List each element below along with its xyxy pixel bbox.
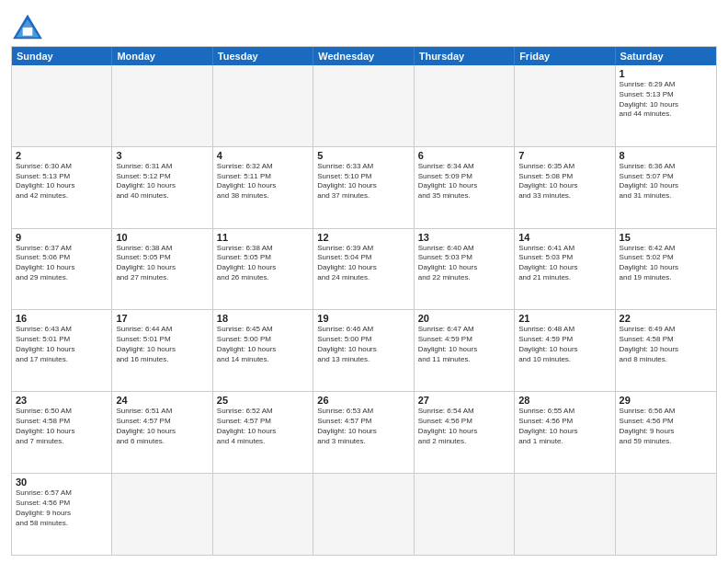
header-day-wednesday: Wednesday xyxy=(313,47,414,65)
calendar-cell: 22Sunrise: 6:49 AM Sunset: 4:58 PM Dayli… xyxy=(616,310,716,391)
day-number: 21 xyxy=(518,313,610,324)
calendar-cell xyxy=(415,65,515,146)
day-number: 25 xyxy=(217,395,309,406)
day-number: 13 xyxy=(418,232,510,243)
day-info: Sunrise: 6:49 AM Sunset: 4:58 PM Dayligh… xyxy=(620,325,712,364)
calendar-week-5: 23Sunrise: 6:50 AM Sunset: 4:58 PM Dayli… xyxy=(12,392,716,474)
day-info: Sunrise: 6:34 AM Sunset: 5:09 PM Dayligh… xyxy=(418,162,510,201)
header-day-friday: Friday xyxy=(515,47,615,65)
day-number: 20 xyxy=(418,313,510,324)
calendar-cell: 11Sunrise: 6:38 AM Sunset: 5:05 PM Dayli… xyxy=(213,229,313,310)
day-number: 9 xyxy=(16,232,108,243)
day-number: 28 xyxy=(518,395,610,406)
calendar-week-2: 2Sunrise: 6:30 AM Sunset: 5:13 PM Daylig… xyxy=(12,147,716,229)
calendar-cell: 9Sunrise: 6:37 AM Sunset: 5:06 PM Daylig… xyxy=(12,229,112,310)
calendar-cell: 5Sunrise: 6:33 AM Sunset: 5:10 PM Daylig… xyxy=(313,147,414,228)
calendar-cell: 26Sunrise: 6:53 AM Sunset: 4:57 PM Dayli… xyxy=(313,392,414,473)
day-number: 8 xyxy=(620,150,712,161)
calendar-cell: 25Sunrise: 6:52 AM Sunset: 4:57 PM Dayli… xyxy=(213,392,313,473)
day-info: Sunrise: 6:36 AM Sunset: 5:07 PM Dayligh… xyxy=(620,162,712,201)
calendar-cell: 15Sunrise: 6:42 AM Sunset: 5:02 PM Dayli… xyxy=(616,229,716,310)
day-number: 4 xyxy=(217,150,309,161)
day-number: 18 xyxy=(217,313,309,324)
calendar-cell xyxy=(313,474,414,555)
calendar-cell xyxy=(616,474,716,555)
calendar-cell: 2Sunrise: 6:30 AM Sunset: 5:13 PM Daylig… xyxy=(12,147,112,228)
day-info: Sunrise: 6:57 AM Sunset: 4:56 PM Dayligh… xyxy=(16,488,108,528)
day-info: Sunrise: 6:47 AM Sunset: 4:59 PM Dayligh… xyxy=(418,325,510,364)
calendar-cell: 19Sunrise: 6:46 AM Sunset: 5:00 PM Dayli… xyxy=(313,310,414,391)
day-number: 19 xyxy=(317,313,409,324)
day-number: 5 xyxy=(317,150,409,161)
calendar-cell: 14Sunrise: 6:41 AM Sunset: 5:03 PM Dayli… xyxy=(515,229,615,310)
day-info: Sunrise: 6:51 AM Sunset: 4:57 PM Dayligh… xyxy=(116,407,208,446)
day-number: 1 xyxy=(620,68,712,79)
day-number: 26 xyxy=(317,395,409,406)
day-info: Sunrise: 6:30 AM Sunset: 5:13 PM Dayligh… xyxy=(16,162,108,201)
day-number: 22 xyxy=(620,313,712,324)
calendar-cell: 6Sunrise: 6:34 AM Sunset: 5:09 PM Daylig… xyxy=(415,147,515,228)
day-number: 29 xyxy=(620,395,712,406)
generalblue-logo-icon xyxy=(11,13,44,40)
calendar-cell xyxy=(12,65,112,146)
calendar-cell: 4Sunrise: 6:32 AM Sunset: 5:11 PM Daylig… xyxy=(213,147,313,228)
calendar-cell xyxy=(515,474,615,555)
calendar-page: SundayMondayTuesdayWednesdayThursdayFrid… xyxy=(0,0,728,563)
day-info: Sunrise: 6:46 AM Sunset: 5:00 PM Dayligh… xyxy=(317,325,409,364)
day-info: Sunrise: 6:44 AM Sunset: 5:01 PM Dayligh… xyxy=(116,325,208,364)
day-number: 17 xyxy=(116,313,208,324)
day-info: Sunrise: 6:39 AM Sunset: 5:04 PM Dayligh… xyxy=(317,244,409,283)
day-info: Sunrise: 6:32 AM Sunset: 5:11 PM Dayligh… xyxy=(217,162,309,201)
calendar-cell: 18Sunrise: 6:45 AM Sunset: 5:00 PM Dayli… xyxy=(213,310,313,391)
calendar-cell: 20Sunrise: 6:47 AM Sunset: 4:59 PM Dayli… xyxy=(415,310,515,391)
day-info: Sunrise: 6:33 AM Sunset: 5:10 PM Dayligh… xyxy=(317,162,409,201)
day-info: Sunrise: 6:48 AM Sunset: 4:59 PM Dayligh… xyxy=(518,325,610,364)
day-info: Sunrise: 6:31 AM Sunset: 5:12 PM Dayligh… xyxy=(116,162,208,201)
calendar-week-1: 1Sunrise: 6:29 AM Sunset: 5:13 PM Daylig… xyxy=(12,65,716,147)
day-info: Sunrise: 6:54 AM Sunset: 4:56 PM Dayligh… xyxy=(418,407,510,446)
calendar-cell xyxy=(213,474,313,555)
calendar-week-4: 16Sunrise: 6:43 AM Sunset: 5:01 PM Dayli… xyxy=(12,310,716,392)
calendar-cell xyxy=(112,474,212,555)
day-info: Sunrise: 6:37 AM Sunset: 5:06 PM Dayligh… xyxy=(16,244,108,283)
calendar-body: 1Sunrise: 6:29 AM Sunset: 5:13 PM Daylig… xyxy=(12,65,716,555)
calendar-cell: 24Sunrise: 6:51 AM Sunset: 4:57 PM Dayli… xyxy=(112,392,212,473)
calendar-cell: 23Sunrise: 6:50 AM Sunset: 4:58 PM Dayli… xyxy=(12,392,112,473)
day-number: 6 xyxy=(418,150,510,161)
header-day-thursday: Thursday xyxy=(415,47,515,65)
calendar-cell: 13Sunrise: 6:40 AM Sunset: 5:03 PM Dayli… xyxy=(415,229,515,310)
calendar-week-6: 30Sunrise: 6:57 AM Sunset: 4:56 PM Dayli… xyxy=(12,474,716,555)
header-day-sunday: Sunday xyxy=(12,47,112,65)
calendar-cell: 7Sunrise: 6:35 AM Sunset: 5:08 PM Daylig… xyxy=(515,147,615,228)
header xyxy=(11,9,717,40)
calendar-cell: 28Sunrise: 6:55 AM Sunset: 4:56 PM Dayli… xyxy=(515,392,615,473)
calendar-cell: 8Sunrise: 6:36 AM Sunset: 5:07 PM Daylig… xyxy=(616,147,716,228)
day-info: Sunrise: 6:53 AM Sunset: 4:57 PM Dayligh… xyxy=(317,407,409,446)
svg-rect-2 xyxy=(23,28,33,36)
day-number: 7 xyxy=(518,150,610,161)
day-number: 24 xyxy=(116,395,208,406)
calendar: SundayMondayTuesdayWednesdayThursdayFrid… xyxy=(11,46,717,556)
calendar-cell xyxy=(112,65,212,146)
day-info: Sunrise: 6:43 AM Sunset: 5:01 PM Dayligh… xyxy=(16,325,108,364)
calendar-cell: 30Sunrise: 6:57 AM Sunset: 4:56 PM Dayli… xyxy=(12,474,112,555)
calendar-week-3: 9Sunrise: 6:37 AM Sunset: 5:06 PM Daylig… xyxy=(12,229,716,311)
header-day-monday: Monday xyxy=(112,47,212,65)
calendar-header: SundayMondayTuesdayWednesdayThursdayFrid… xyxy=(12,47,716,65)
calendar-cell xyxy=(213,65,313,146)
header-day-tuesday: Tuesday xyxy=(213,47,313,65)
day-number: 3 xyxy=(116,150,208,161)
day-info: Sunrise: 6:52 AM Sunset: 4:57 PM Dayligh… xyxy=(217,407,309,446)
day-info: Sunrise: 6:56 AM Sunset: 4:56 PM Dayligh… xyxy=(620,407,712,446)
day-number: 15 xyxy=(620,232,712,243)
logo xyxy=(11,9,48,40)
day-number: 2 xyxy=(16,150,108,161)
day-info: Sunrise: 6:40 AM Sunset: 5:03 PM Dayligh… xyxy=(418,244,510,283)
calendar-cell xyxy=(515,65,615,146)
day-number: 14 xyxy=(518,232,610,243)
day-info: Sunrise: 6:41 AM Sunset: 5:03 PM Dayligh… xyxy=(518,244,610,283)
day-info: Sunrise: 6:29 AM Sunset: 5:13 PM Dayligh… xyxy=(620,80,712,120)
day-number: 12 xyxy=(317,232,409,243)
day-info: Sunrise: 6:38 AM Sunset: 5:05 PM Dayligh… xyxy=(217,244,309,283)
day-number: 23 xyxy=(16,395,108,406)
